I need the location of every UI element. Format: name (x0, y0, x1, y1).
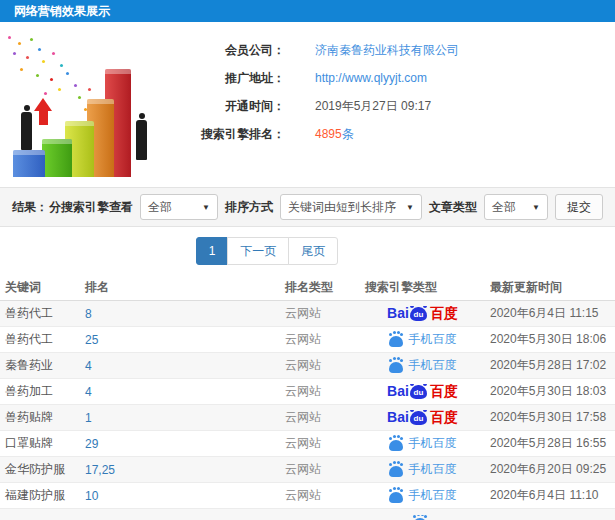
cell-engine: Baidu百度 (355, 384, 490, 399)
table-body: 兽药代工 8 云网站 Baidu百度 2020年6月4日 11:15 兽药代工 … (0, 301, 615, 520)
bar-chart-clipart (0, 30, 175, 180)
submit-button[interactable]: 提交 (555, 194, 603, 220)
up-arrow-icon (34, 98, 52, 125)
baidu-pc-logo-icon: Baidu百度 (387, 410, 458, 425)
cell-updated: 2020年6月20日 09:25 (490, 461, 615, 478)
header-updated: 最新更新时间 (490, 279, 615, 296)
member-info: 会员公司： 济南秦鲁药业科技有限公司 推广地址： http://www.qlyy… (175, 22, 615, 187)
result-label: 结果： (12, 199, 48, 216)
cell-engine: 手机百度 (355, 487, 490, 504)
rank-link[interactable]: 8 (85, 307, 92, 321)
cell-updated: 2020年5月30日 17:58 (490, 409, 615, 426)
clipart-bar-blue (13, 150, 45, 177)
cell-keyword: 兽药代工 (0, 305, 80, 322)
baidu-pc-logo-icon: Baidu百度 (387, 306, 458, 321)
promo-url-label: 推广地址： (175, 70, 285, 87)
rank-link[interactable]: 10 (85, 489, 98, 503)
cell-engine: Baidu百度 (355, 410, 490, 425)
table-row: 秦鲁药业 4 云网站 手机百度 2020年5月28日 17:02 (0, 353, 615, 379)
last-page-button[interactable]: 尾页 (288, 237, 338, 265)
cell-keyword: 金华防护服 (0, 461, 80, 478)
company-link[interactable]: 济南秦鲁药业科技有限公司 (315, 42, 459, 59)
article-type-select-value: 全部 (492, 199, 516, 216)
header-engine-type: 搜索引擎类型 (355, 279, 490, 296)
rank-count-label: 搜索引擎排名： (175, 126, 285, 143)
company-label: 会员公司： (175, 42, 285, 59)
page-number-current[interactable]: 1 (196, 237, 229, 265)
cell-rank-type: 云网站 (280, 461, 355, 478)
cell-engine: 手机百度 (355, 461, 490, 478)
chevron-down-icon: ▼ (196, 203, 210, 212)
cell-engine: Baidu百度 (355, 306, 490, 321)
open-time-value: 2019年5月27日 09:17 (315, 98, 431, 115)
cell-keyword: 兽药贴牌 (0, 409, 80, 426)
confetti-decoration (8, 36, 11, 39)
cell-keyword: 兽药加工 (0, 383, 80, 400)
rank-count-unit[interactable]: 条 (342, 127, 354, 141)
paw-icon (389, 440, 403, 451)
cell-rank-type: 云网站 (280, 435, 355, 452)
cell-rank-type: 云网站 (280, 331, 355, 348)
rank-link[interactable]: 25 (85, 333, 98, 347)
cell-engine: 手机百度 (355, 357, 490, 374)
info-row-url: 推广地址： http://www.qlyyjt.com (175, 64, 615, 92)
cell-updated: 2020年5月30日 18:06 (490, 331, 615, 348)
table-row: 兽药加工 4 云网站 Baidu百度 2020年5月30日 18:03 (0, 379, 615, 405)
header-rank-type: 排名类型 (280, 279, 355, 296)
rank-link[interactable]: 17,25 (85, 463, 115, 477)
table-row: 兽药代工 8 云网站 Baidu百度 2020年6月4日 11:15 (0, 301, 615, 327)
businessman-figure-left (21, 112, 32, 150)
header-keyword: 关键词 (0, 279, 80, 296)
sort-select-value: 关键词由短到长排序 (288, 199, 396, 216)
rank-link[interactable]: 1 (85, 411, 92, 425)
baidu-mobile-logo-icon: 手机百度 (389, 435, 457, 452)
cell-updated: 2020年5月28日 17:02 (490, 357, 615, 374)
cell-keyword: 口罩贴牌 (0, 435, 80, 452)
table-row: 兽药贴牌 1 云网站 Baidu百度 2020年5月30日 17:58 (0, 405, 615, 431)
paw-icon (389, 336, 403, 347)
baidu-mobile-logo-icon (413, 515, 433, 520)
baidu-mobile-logo-icon: 手机百度 (389, 331, 457, 348)
cell-keyword: 福建防护服 (0, 487, 80, 504)
table-row: 金华防护服 17,25 云网站 手机百度 2020年6月20日 09:25 (0, 457, 615, 483)
baidu-pc-logo-icon: Baidu百度 (387, 384, 458, 399)
engine-filter-label: 分搜索引擎查看 (49, 199, 133, 216)
rank-link[interactable]: 4 (85, 359, 92, 373)
cell-updated: 2020年5月28日 16:55 (490, 435, 615, 452)
cell-rank-type: 云网站 (280, 487, 355, 504)
cell-rank-type: 云网站 (280, 383, 355, 400)
cell-rank-type: 云网站 (280, 409, 355, 426)
cell-updated: 2020年5月30日 18:03 (490, 383, 615, 400)
cell-rank-type: 云网站 (280, 357, 355, 374)
cell-rank-type: 云网站 (280, 305, 355, 322)
filter-group: 分搜索引擎查看 全部 ▼ 排序方式 关键词由短到长排序 ▼ 文章类型 全部 ▼ … (49, 194, 603, 220)
engine-select[interactable]: 全部 ▼ (140, 194, 218, 220)
info-row-rank-count: 搜索引擎排名： 4895条 (175, 120, 615, 148)
table-row (0, 509, 615, 520)
open-time-label: 开通时间： (175, 98, 285, 115)
sort-select[interactable]: 关键词由短到长排序 ▼ (280, 194, 422, 220)
next-page-button[interactable]: 下一页 (227, 237, 289, 265)
rank-count-number: 4895 (315, 127, 342, 141)
chevron-down-icon: ▼ (400, 203, 414, 212)
cell-engine (355, 515, 490, 520)
cell-engine: 手机百度 (355, 331, 490, 348)
baidu-mobile-logo-icon: 手机百度 (389, 487, 457, 504)
info-row-open-time: 开通时间： 2019年5月27日 09:17 (175, 92, 615, 120)
promo-url-link[interactable]: http://www.qlyyjt.com (315, 71, 427, 85)
pagination: 1 下一页 尾页 (0, 227, 575, 275)
article-type-select[interactable]: 全部 ▼ (484, 194, 548, 220)
article-type-label: 文章类型 (429, 199, 477, 216)
rank-link[interactable]: 29 (85, 437, 98, 451)
header-rank: 排名 (80, 279, 280, 296)
rank-link[interactable]: 4 (85, 385, 92, 399)
chevron-down-icon: ▼ (526, 203, 540, 212)
cell-keyword: 秦鲁药业 (0, 357, 80, 374)
results-table: 关键词 排名 排名类型 搜索引擎类型 最新更新时间 兽药代工 8 云网站 Bai… (0, 275, 615, 520)
page: 网络营销效果展示 会员公司： 济南秦鲁药业科技有限公司 推广地址： http:/… (0, 0, 615, 520)
table-row: 口罩贴牌 29 云网站 手机百度 2020年5月28日 16:55 (0, 431, 615, 457)
sort-filter-label: 排序方式 (225, 199, 273, 216)
cell-keyword: 兽药代工 (0, 331, 80, 348)
paw-icon (389, 466, 403, 477)
paw-icon (389, 492, 403, 503)
